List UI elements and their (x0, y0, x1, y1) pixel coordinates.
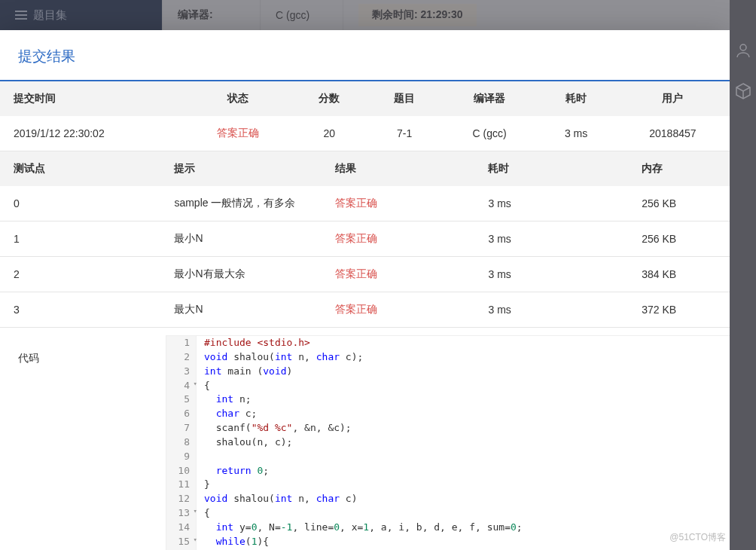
th-user: 用户 (615, 81, 730, 116)
code-text: { (197, 506, 210, 521)
result-modal: 提交结果 提交时间 状态 分数 题目 编译器 耗时 用户 2019/1/12 2… (0, 30, 730, 550)
cell-time: 3 ms (474, 222, 628, 257)
code-line: 13{ (166, 506, 730, 521)
code-text: void shalou(int n, char c); (197, 350, 363, 365)
cell-compiler: C (gcc) (442, 116, 537, 151)
cell-tp: 2 (0, 257, 160, 292)
table-row: 2最小N有最大余答案正确3 ms384 KB (0, 257, 730, 292)
code-text: scanf("%d %c", &n, &c); (197, 421, 352, 435)
code-line: 15 while(1){ (166, 535, 730, 549)
th-status: 状态 (184, 81, 291, 116)
code-text: return 0; (197, 464, 269, 478)
cell-problem[interactable]: 7-1 (367, 116, 442, 151)
cell-mem: 384 KB (628, 257, 730, 292)
line-number: 9 (166, 450, 197, 464)
cell-time: 3 ms (474, 186, 628, 222)
cell-hint: 最小N有最大余 (160, 257, 321, 292)
line-number: 11 (166, 478, 197, 492)
cell-result: 答案正确 (322, 292, 475, 328)
cell-time: 2019/1/12 22:30:02 (0, 116, 184, 151)
code-line: 12void shalou(int n, char c) (166, 492, 730, 506)
code-text: char c; (197, 407, 257, 421)
line-number: 12 (166, 492, 197, 506)
code-text (197, 450, 204, 464)
code-line: 3int main (void) (166, 365, 730, 379)
line-number: 15 (166, 535, 197, 549)
code-editor[interactable]: 1#include <stdio.h>2void shalou(int n, c… (166, 335, 730, 550)
code-text: int y=0, N=-1, line=0, x=1, a, i, b, d, … (197, 521, 523, 535)
line-number: 7 (166, 421, 197, 435)
code-line: 6 char c; (166, 407, 730, 421)
watermark: @51CTO博客 (669, 531, 726, 544)
cell-tp: 1 (0, 222, 160, 257)
cell-time: 3 ms (474, 257, 628, 292)
th-testpoint: 测试点 (0, 151, 160, 186)
line-number: 8 (166, 435, 197, 450)
table-row: 3最大N答案正确3 ms372 KB (0, 292, 730, 328)
user-icon[interactable] (734, 41, 752, 60)
line-number: 5 (166, 393, 197, 407)
cell-result: 答案正确 (322, 186, 475, 222)
th-hint: 提示 (160, 151, 321, 186)
code-line: 7 scanf("%d %c", &n, &c); (166, 421, 730, 435)
th-score: 分数 (292, 81, 367, 116)
line-number: 10 (166, 464, 197, 478)
code-text: int main (void) (197, 365, 292, 379)
code-line: 8 shalou(n, c); (166, 435, 730, 450)
cell-result: 答案正确 (322, 222, 475, 257)
code-line: 2void shalou(int n, char c); (166, 350, 730, 365)
table-header-row: 测试点 提示 结果 耗时 内存 (0, 151, 730, 186)
svg-point-3 (740, 44, 746, 50)
table-header-row: 提交时间 状态 分数 题目 编译器 耗时 用户 (0, 81, 730, 116)
cell-mem: 256 KB (628, 186, 730, 222)
line-number: 2 (166, 350, 197, 365)
cell-mem: 372 KB (628, 292, 730, 328)
code-line: 9 (166, 450, 730, 464)
cell-tp: 0 (0, 186, 160, 222)
line-number: 1 (166, 336, 197, 350)
cell-hint: 最大N (160, 292, 321, 328)
table-row[interactable]: 2019/1/12 22:30:02 答案正确 20 7-1 C (gcc) 3… (0, 116, 730, 151)
th-result: 结果 (322, 151, 475, 186)
cell-user[interactable]: 20188457 (615, 116, 730, 151)
th-problem: 题目 (367, 81, 442, 116)
cell-hint: sample 一般情况，有多余 (160, 186, 321, 222)
bg-overlay (0, 0, 756, 30)
cell-tp: 3 (0, 292, 160, 328)
th-time: 提交时间 (0, 81, 184, 116)
line-number: 13 (166, 506, 197, 521)
table-row: 1最小N答案正确3 ms256 KB (0, 222, 730, 257)
code-label: 代码 (0, 335, 166, 382)
code-text: } (197, 478, 210, 492)
code-text: int n; (197, 393, 251, 407)
th-duration: 耗时 (537, 81, 614, 116)
cube-icon[interactable] (734, 82, 752, 100)
code-line: 10 return 0; (166, 464, 730, 478)
cell-result: 答案正确 (322, 257, 475, 292)
cell-hint: 最小N (160, 222, 321, 257)
cell-mem: 256 KB (628, 222, 730, 257)
code-line: 1#include <stdio.h> (166, 336, 730, 350)
code-text: void shalou(int n, char c) (197, 492, 358, 506)
code-text: { (197, 379, 210, 393)
line-number: 3 (166, 365, 197, 379)
table-row: 0sample 一般情况，有多余答案正确3 ms256 KB (0, 186, 730, 222)
cell-status[interactable]: 答案正确 (184, 116, 291, 151)
line-number: 4 (166, 379, 197, 393)
cell-score: 20 (292, 116, 367, 151)
submission-table: 提交时间 状态 分数 题目 编译器 耗时 用户 2019/1/12 22:30:… (0, 81, 730, 151)
code-line: 11} (166, 478, 730, 492)
code-text: #include <stdio.h> (197, 336, 310, 350)
right-sidebar (730, 0, 756, 550)
th-mem: 内存 (628, 151, 730, 186)
code-line: 14 int y=0, N=-1, line=0, x=1, a, i, b, … (166, 521, 730, 535)
code-text: while(1){ (197, 535, 269, 549)
th-time: 耗时 (474, 151, 628, 186)
code-line: 5 int n; (166, 393, 730, 407)
modal-title: 提交结果 (0, 30, 730, 80)
testcase-table: 测试点 提示 结果 耗时 内存 0sample 一般情况，有多余答案正确3 ms… (0, 151, 730, 328)
line-number: 14 (166, 521, 197, 535)
code-section: 代码 1#include <stdio.h>2void shalou(int n… (0, 328, 730, 550)
th-compiler: 编译器 (442, 81, 537, 116)
code-text: shalou(n, c); (197, 435, 292, 450)
